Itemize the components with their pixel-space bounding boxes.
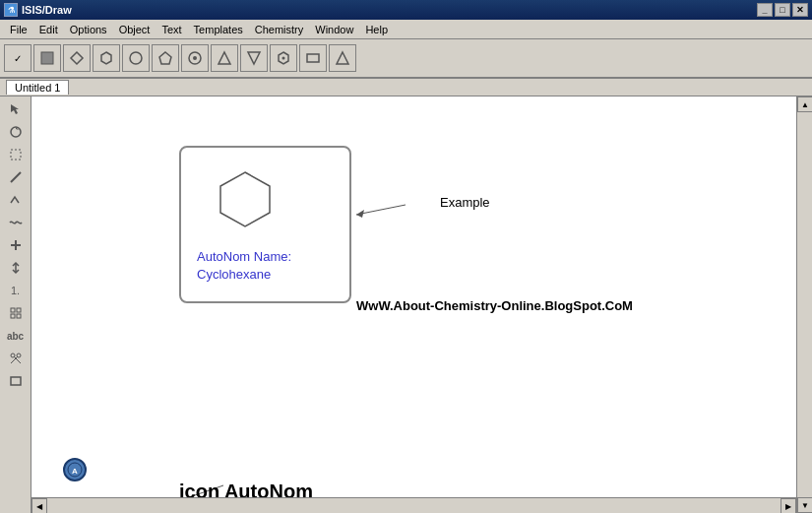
menu-help[interactable]: Help (359, 22, 394, 37)
app-title: ISIS/Draw (22, 4, 72, 16)
main-layout: 1. abc (0, 96, 812, 513)
scroll-left-button[interactable]: ◀ (31, 498, 47, 513)
menu-templates[interactable]: Templates (188, 22, 249, 37)
watermark-text: WwW.About-Chemistry-Online.BlogSpot.CoM (356, 298, 633, 313)
tool-shape-3[interactable] (270, 44, 297, 72)
tool-grid[interactable] (3, 302, 29, 324)
minimize-button[interactable]: _ (757, 3, 773, 17)
scroll-v-track (797, 112, 812, 497)
tool-scissors[interactable] (3, 348, 29, 369)
tool-hexagon[interactable] (93, 44, 120, 72)
scroll-down-button[interactable]: ▼ (797, 497, 812, 513)
auotnom-icon[interactable]: A (63, 458, 87, 481)
tool-arrow-updown[interactable] (3, 257, 29, 279)
arrow-overlay (31, 96, 796, 497)
hexagon-svg (211, 167, 280, 231)
svg-line-15 (11, 172, 21, 182)
menu-bar: File Edit Options Object Text Templates … (0, 20, 812, 39)
tool-number[interactable]: 1. (3, 280, 29, 301)
tool-box-select[interactable] (3, 144, 29, 165)
svg-rect-0 (41, 52, 53, 64)
auotnom-icon-svg: A (67, 462, 83, 478)
horizontal-scrollbar[interactable]: ◀ ▶ (31, 497, 796, 513)
tool-plus[interactable] (3, 234, 29, 256)
menu-edit[interactable]: Edit (33, 22, 64, 37)
tool-triangle-down[interactable] (240, 44, 268, 72)
example-label: Example (440, 195, 490, 210)
tool-triangle-outline[interactable] (329, 44, 356, 72)
left-toolbar: 1. abc (0, 96, 31, 513)
maximize-button[interactable]: □ (775, 3, 790, 17)
svg-point-10 (282, 57, 285, 60)
title-bar-left: ⚗ ISIS/Draw (4, 3, 72, 17)
svg-rect-19 (11, 308, 15, 312)
svg-rect-22 (17, 314, 21, 318)
cyclohexane-label: Cyclohexane (197, 267, 271, 282)
tool-wave[interactable] (3, 212, 29, 233)
icon-auotnom-label: icon AutoNom (179, 481, 313, 497)
tool-rotate[interactable] (3, 121, 29, 143)
tool-pentagon[interactable] (152, 44, 179, 72)
vertical-scrollbar[interactable]: ▲ ▼ (796, 96, 812, 513)
scroll-up-button[interactable]: ▲ (797, 96, 812, 112)
svg-marker-1 (71, 52, 83, 64)
menu-window[interactable]: Window (309, 22, 359, 37)
title-bar: ⚗ ISIS/Draw _ □ ✕ (0, 0, 812, 20)
tool-shape-1[interactable] (63, 44, 91, 72)
auotnom-name-label: AutoNom Name: (197, 249, 291, 264)
svg-rect-11 (307, 54, 319, 62)
tool-check[interactable]: ✓ (4, 44, 31, 72)
title-bar-controls[interactable]: _ □ ✕ (757, 3, 808, 17)
svg-marker-8 (248, 52, 260, 64)
tool-triangle-up[interactable] (211, 44, 238, 72)
top-toolbar: ✓ (0, 39, 812, 79)
tool-circle[interactable] (122, 44, 150, 72)
canvas-area[interactable]: AutoNom Name: Cyclohexane Example WwW.Ab… (31, 96, 796, 497)
tool-select[interactable] (3, 98, 29, 120)
app-icon: ⚗ (4, 3, 18, 17)
doc-tab[interactable]: Untitled 1 (6, 80, 69, 95)
svg-rect-14 (11, 150, 21, 160)
svg-marker-32 (220, 172, 270, 226)
tool-chain[interactable] (3, 189, 29, 211)
svg-marker-7 (219, 52, 230, 64)
tool-square-solid[interactable] (33, 44, 61, 72)
svg-text:A: A (72, 467, 78, 476)
menu-object[interactable]: Object (113, 22, 156, 37)
svg-marker-2 (101, 52, 111, 64)
tool-shape-2[interactable] (181, 44, 209, 72)
menu-file[interactable]: File (4, 22, 33, 37)
tool-rectangle[interactable] (299, 44, 327, 72)
svg-point-3 (130, 52, 142, 64)
tool-draw-bond[interactable] (3, 166, 29, 188)
doc-tab-bar: Untitled 1 (0, 79, 812, 96)
menu-text[interactable]: Text (156, 22, 187, 37)
menu-options[interactable]: Options (64, 22, 113, 37)
hexagon-drawing (211, 167, 280, 234)
menu-chemistry[interactable]: Chemistry (249, 22, 310, 37)
svg-line-28 (356, 205, 406, 215)
svg-point-6 (193, 56, 197, 60)
scroll-h-track (47, 498, 781, 513)
svg-rect-27 (11, 377, 21, 385)
close-button[interactable]: ✕ (792, 3, 808, 17)
svg-rect-20 (17, 308, 21, 312)
svg-marker-29 (356, 210, 364, 218)
svg-marker-12 (337, 52, 348, 64)
tool-rectangle-outline[interactable] (3, 370, 29, 392)
svg-marker-4 (159, 52, 171, 64)
svg-rect-21 (11, 314, 15, 318)
tool-text[interactable]: abc (3, 325, 29, 347)
scroll-right-button[interactable]: ▶ (781, 498, 796, 513)
